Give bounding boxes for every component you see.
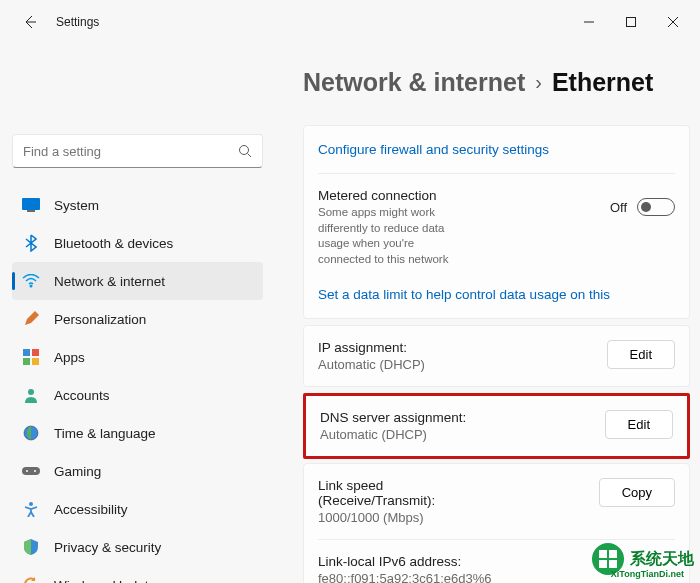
- time-icon: [22, 424, 40, 442]
- svg-rect-12: [32, 358, 39, 365]
- firewall-link[interactable]: Configure firewall and security settings: [304, 126, 689, 173]
- sidebar-item-label: Network & internet: [54, 274, 165, 289]
- svg-rect-23: [599, 560, 607, 568]
- dns-highlight-box: DNS server assignment: Automatic (DHCP) …: [303, 393, 690, 459]
- sidebar-item-privacy[interactable]: Privacy & security: [12, 528, 263, 566]
- update-icon: [22, 576, 40, 583]
- sidebar-item-time[interactable]: Time & language: [12, 414, 263, 452]
- back-button[interactable]: [16, 8, 44, 36]
- personalization-icon: [22, 310, 40, 328]
- arrow-left-icon: [22, 14, 38, 30]
- breadcrumb: Network & internet › Ethernet: [303, 68, 700, 97]
- sidebar-item-label: Windows Update: [54, 578, 156, 584]
- metered-title: Metered connection: [318, 188, 598, 203]
- minimize-button[interactable]: [568, 7, 610, 37]
- dns-value: Automatic (DHCP): [320, 427, 593, 442]
- svg-point-13: [28, 389, 34, 395]
- maximize-icon: [626, 17, 636, 27]
- sidebar-item-label: Apps: [54, 350, 85, 365]
- dns-assignment-setting: DNS server assignment: Automatic (DHCP) …: [306, 396, 687, 456]
- ip-assignment-setting: IP assignment: Automatic (DHCP) Edit: [304, 326, 689, 386]
- dns-edit-button[interactable]: Edit: [605, 410, 673, 439]
- svg-rect-11: [23, 358, 30, 365]
- ip-value: Automatic (DHCP): [318, 357, 595, 372]
- sidebar-item-gaming[interactable]: Gaming: [12, 452, 263, 490]
- apps-icon: [22, 348, 40, 366]
- svg-rect-1: [627, 18, 636, 27]
- linkspeed-copy-button[interactable]: Copy: [599, 478, 675, 507]
- sidebar-item-accounts[interactable]: Accounts: [12, 376, 263, 414]
- svg-rect-7: [27, 210, 35, 212]
- link-speed-setting: Link speed (Receive/Transmit): 1000/1000…: [304, 464, 689, 539]
- sidebar: System Bluetooth & devices Network & int…: [0, 44, 275, 583]
- breadcrumb-parent[interactable]: Network & internet: [303, 68, 525, 97]
- sidebar-item-label: Time & language: [54, 426, 156, 441]
- dns-title: DNS server assignment:: [320, 410, 593, 425]
- sidebar-item-system[interactable]: System: [12, 186, 263, 224]
- svg-point-8: [30, 285, 33, 288]
- sidebar-item-label: Gaming: [54, 464, 101, 479]
- accounts-icon: [22, 386, 40, 404]
- svg-point-4: [240, 146, 249, 155]
- sidebar-item-label: Accounts: [54, 388, 110, 403]
- metered-toggle[interactable]: [637, 198, 675, 216]
- ip-title: IP assignment:: [318, 340, 595, 355]
- linkspeed-value: 1000/1000 (Mbps): [318, 510, 587, 525]
- svg-point-19: [29, 502, 33, 506]
- close-button[interactable]: [652, 7, 694, 37]
- sidebar-item-bluetooth[interactable]: Bluetooth & devices: [12, 224, 263, 262]
- page-title: Ethernet: [552, 68, 653, 97]
- ip-edit-button[interactable]: Edit: [607, 340, 675, 369]
- svg-rect-16: [22, 467, 40, 475]
- metered-desc: Some apps might work differently to redu…: [318, 205, 468, 267]
- sidebar-item-apps[interactable]: Apps: [12, 338, 263, 376]
- sidebar-item-label: Bluetooth & devices: [54, 236, 173, 251]
- watermark-url: XiTongTianDi.net: [611, 569, 684, 579]
- search-box[interactable]: [12, 134, 263, 168]
- sidebar-item-update[interactable]: Windows Update: [12, 566, 263, 583]
- watermark-text: 系统天地: [630, 549, 694, 570]
- sidebar-item-label: Privacy & security: [54, 540, 161, 555]
- shield-icon: [22, 538, 40, 556]
- sidebar-item-label: System: [54, 198, 99, 213]
- window-title: Settings: [56, 15, 99, 29]
- svg-rect-21: [599, 550, 607, 558]
- accessibility-icon: [22, 500, 40, 518]
- svg-rect-10: [32, 349, 39, 356]
- minimize-icon: [584, 17, 594, 27]
- data-limit-link[interactable]: Set a data limit to help control data us…: [304, 281, 689, 318]
- bluetooth-icon: [22, 234, 40, 252]
- sidebar-item-label: Personalization: [54, 312, 146, 327]
- toggle-label: Off: [610, 200, 627, 215]
- close-icon: [668, 17, 678, 27]
- svg-rect-22: [609, 550, 617, 558]
- search-input[interactable]: [23, 144, 238, 159]
- svg-rect-24: [609, 560, 617, 568]
- sidebar-item-accessibility[interactable]: Accessibility: [12, 490, 263, 528]
- search-icon: [238, 144, 252, 158]
- chevron-right-icon: ›: [535, 71, 542, 94]
- gaming-icon: [22, 462, 40, 480]
- sidebar-item-network[interactable]: Network & internet: [12, 262, 263, 300]
- svg-line-5: [248, 154, 252, 158]
- linkspeed-title: Link speed (Receive/Transmit):: [318, 478, 478, 508]
- titlebar: Settings: [0, 0, 700, 44]
- main-content: Network & internet › Ethernet Configure …: [275, 44, 700, 583]
- sidebar-item-label: Accessibility: [54, 502, 128, 517]
- sidebar-item-personalization[interactable]: Personalization: [12, 300, 263, 338]
- watermark: 系统天地 XiTongTianDi.net: [590, 541, 694, 577]
- svg-point-17: [26, 470, 28, 472]
- system-icon: [22, 196, 40, 214]
- metered-setting: Metered connection Some apps might work …: [304, 174, 689, 281]
- svg-point-18: [34, 470, 36, 472]
- network-icon: [22, 272, 40, 290]
- maximize-button[interactable]: [610, 7, 652, 37]
- svg-rect-6: [22, 198, 40, 210]
- svg-rect-9: [23, 349, 30, 356]
